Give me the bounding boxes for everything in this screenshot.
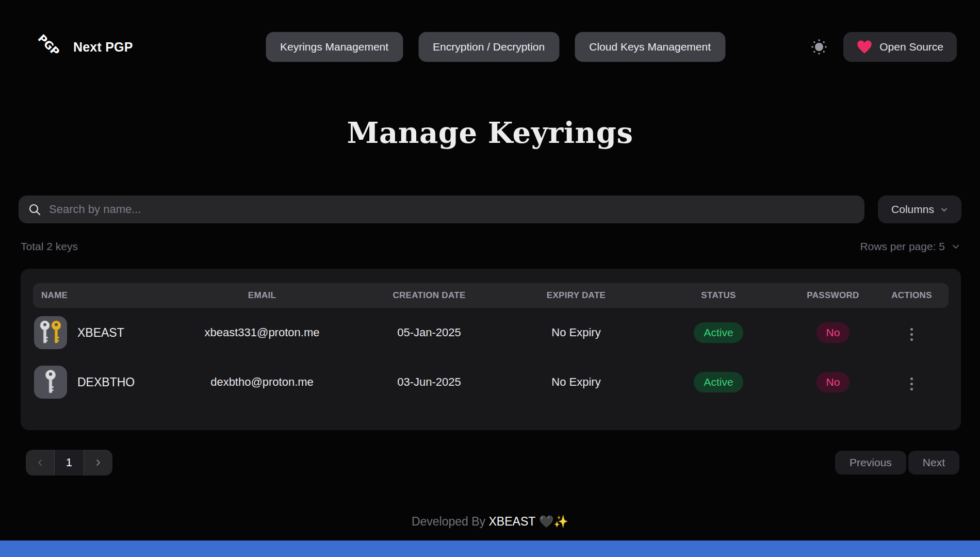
col-header-status: STATUS bbox=[646, 290, 791, 301]
name-cell: DEXBTHO bbox=[33, 366, 172, 399]
status-badge: Active bbox=[694, 372, 743, 392]
page: PGP Next PGP Keyrings Management Encrypt… bbox=[0, 0, 980, 557]
keyring-creation-date: 05-Jan-2025 bbox=[352, 326, 507, 339]
total-keys-label: Total 2 keys bbox=[21, 240, 78, 253]
col-header-expiry-date: EXPIRY DATE bbox=[507, 290, 646, 301]
keyrings-table: NAME EMAIL CREATION DATE EXPIRY DATE STA… bbox=[21, 269, 961, 430]
nav-item-encryption-decryption[interactable]: Encryption / Decryption bbox=[418, 32, 559, 62]
footer-author: XBEAST bbox=[489, 515, 536, 528]
keyring-email: xbeast331@proton.me bbox=[172, 326, 352, 339]
search-box[interactable] bbox=[19, 195, 864, 223]
col-header-name: NAME bbox=[33, 290, 172, 301]
name-cell: XBEAST bbox=[33, 316, 172, 349]
nav-right: Open Source bbox=[810, 32, 957, 62]
heart-icon bbox=[857, 40, 872, 54]
keyring-expiry-date: No Expiry bbox=[507, 375, 646, 389]
col-header-creation-date: CREATION DATE bbox=[352, 290, 507, 301]
brand-name: Next PGP bbox=[73, 40, 133, 55]
chevron-down-icon bbox=[951, 242, 960, 251]
key-icon bbox=[34, 366, 67, 399]
rows-per-page-select[interactable]: Rows per page: 5 bbox=[860, 240, 960, 253]
open-source-label: Open Source bbox=[879, 41, 943, 53]
password-badge: No bbox=[816, 372, 850, 392]
footer-prefix: Developed By bbox=[412, 515, 485, 528]
columns-label: Columns bbox=[891, 203, 934, 216]
actions-cell bbox=[875, 320, 949, 345]
two-keys-icon bbox=[34, 316, 67, 349]
keyring-email: dexbtho@proton.me bbox=[172, 375, 352, 389]
keyring-creation-date: 03-Jun-2025 bbox=[352, 375, 507, 389]
nav-item-cloud-keys-management[interactable]: Cloud Keys Management bbox=[575, 32, 725, 62]
actions-cell bbox=[875, 370, 949, 395]
pagination-page-1[interactable]: 1 bbox=[54, 450, 84, 476]
page-nav-buttons: Previous Next bbox=[835, 451, 959, 474]
pagination-prev-icon[interactable] bbox=[26, 450, 54, 476]
svg-text:PGP: PGP bbox=[36, 32, 62, 58]
columns-dropdown-button[interactable]: Columns bbox=[878, 195, 961, 223]
nav-item-keyrings-management[interactable]: Keyrings Management bbox=[266, 32, 403, 62]
col-header-password: PASSWORD bbox=[791, 290, 875, 301]
rows-per-page-label: Rows per page: 5 bbox=[860, 240, 945, 253]
search-input[interactable] bbox=[49, 203, 855, 216]
col-header-email: EMAIL bbox=[172, 290, 352, 301]
next-button[interactable]: Next bbox=[908, 451, 959, 474]
brand[interactable]: PGP Next PGP bbox=[34, 32, 133, 62]
status-badge: Active bbox=[694, 322, 743, 343]
footer: Developed By XBEAST 🖤✨ bbox=[0, 515, 980, 529]
table-header-row: NAME EMAIL CREATION DATE EXPIRY DATE STA… bbox=[33, 283, 949, 308]
navbar: PGP Next PGP Keyrings Management Encrypt… bbox=[34, 31, 957, 63]
chevron-down-icon bbox=[940, 206, 948, 214]
bottom-bar bbox=[0, 540, 980, 557]
table-row[interactable]: XBEAST xbeast331@proton.me 05-Jan-2025 N… bbox=[33, 308, 949, 357]
password-badge: No bbox=[816, 322, 850, 343]
status-cell: Active bbox=[646, 372, 791, 392]
keyring-name: XBEAST bbox=[77, 326, 124, 340]
toolbar: Columns bbox=[19, 195, 961, 223]
keyring-expiry-date: No Expiry bbox=[507, 326, 646, 339]
table-row[interactable]: DEXBTHO dexbtho@proton.me 03-Jun-2025 No… bbox=[33, 357, 949, 407]
page-title: Manage Keyrings bbox=[0, 116, 980, 150]
pagination-next-icon[interactable] bbox=[84, 450, 112, 476]
keyring-name: DEXBTHO bbox=[77, 375, 135, 389]
search-icon bbox=[28, 203, 42, 217]
pagination: 1 bbox=[26, 450, 112, 476]
theme-toggle-sun-icon[interactable] bbox=[810, 38, 828, 56]
nextpgp-logo-icon: PGP bbox=[34, 32, 64, 62]
table-meta-row: Total 2 keys Rows per page: 5 bbox=[21, 240, 960, 253]
col-header-actions: ACTIONS bbox=[875, 290, 949, 301]
footer-emojis: 🖤✨ bbox=[539, 515, 568, 528]
nav-menu: Keyrings Management Encryption / Decrypt… bbox=[266, 32, 725, 62]
row-actions-menu-icon[interactable] bbox=[906, 324, 917, 345]
password-cell: No bbox=[791, 372, 875, 392]
status-cell: Active bbox=[646, 322, 791, 343]
password-cell: No bbox=[791, 322, 875, 343]
previous-button[interactable]: Previous bbox=[835, 451, 906, 474]
open-source-button[interactable]: Open Source bbox=[843, 32, 957, 62]
row-actions-menu-icon[interactable] bbox=[906, 373, 917, 395]
